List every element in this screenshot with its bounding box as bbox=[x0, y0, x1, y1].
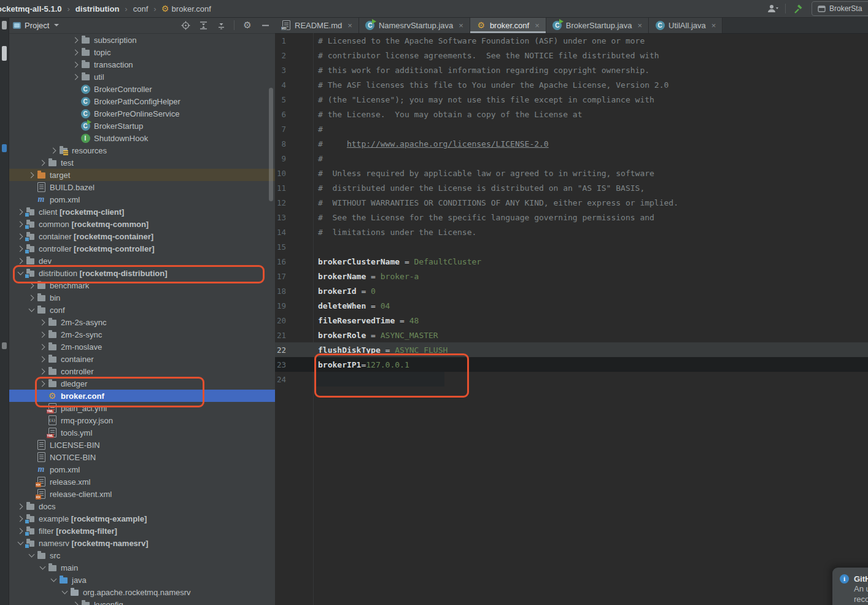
tree-item[interactable]: container [rocketmq-container] bbox=[9, 230, 275, 242]
chevron-right-icon[interactable] bbox=[16, 259, 25, 263]
tree-item[interactable]: LICENSE-BIN bbox=[9, 439, 275, 451]
chevron-right-icon[interactable] bbox=[16, 504, 25, 509]
tree-item[interactable]: plain_acl.yml bbox=[9, 402, 275, 414]
tree-item[interactable]: transaction bbox=[9, 58, 275, 71]
tree-item[interactable]: container bbox=[9, 353, 275, 365]
tree-item[interactable]: tools.yml bbox=[9, 426, 275, 439]
tree-item[interactable]: docs bbox=[9, 500, 275, 512]
tree-item[interactable]: kvconfig bbox=[9, 598, 275, 605]
chevron-right-icon[interactable] bbox=[71, 50, 80, 55]
tree-item[interactable]: ⚙broker.conf bbox=[9, 390, 275, 402]
close-tab-icon[interactable]: × bbox=[459, 21, 463, 30]
chevron-right-icon[interactable] bbox=[16, 210, 25, 214]
tree-item[interactable]: CBrokerPathConfigHelper bbox=[9, 95, 275, 107]
chevron-down-icon[interactable] bbox=[60, 591, 69, 593]
tree-item[interactable]: benchmark bbox=[9, 279, 275, 291]
code-line[interactable]: 5# (the "License"); you may not use this… bbox=[275, 92, 868, 107]
tool-window-button[interactable] bbox=[2, 21, 7, 29]
tree-item[interactable]: java bbox=[9, 574, 275, 586]
tool-window-button[interactable] bbox=[2, 46, 7, 61]
breadcrumb-item[interactable]: ⚙broker.conf bbox=[162, 4, 211, 13]
chevron-right-icon[interactable] bbox=[38, 333, 47, 337]
tree-item[interactable]: dev bbox=[9, 255, 275, 267]
code-line[interactable]: 14# limitations under the License. bbox=[275, 225, 868, 239]
tree-item[interactable]: controller bbox=[9, 365, 275, 377]
locate-icon[interactable] bbox=[180, 20, 191, 31]
collapse-all-icon[interactable] bbox=[215, 20, 227, 31]
code-line[interactable]: 10# Unless required by applicable law or… bbox=[275, 166, 868, 180]
tree-item[interactable]: BUILD.bazel bbox=[9, 181, 275, 193]
run-configuration-select[interactable]: BrokerSta bbox=[812, 1, 868, 16]
breadcrumb-item[interactable]: distribution bbox=[76, 4, 120, 13]
chevron-right-icon[interactable] bbox=[71, 75, 80, 79]
code-line[interactable]: 12# WITHOUT WARRANTIES OR CONDITIONS OF … bbox=[275, 195, 868, 210]
tree-item[interactable]: dledger bbox=[9, 377, 275, 390]
editor-tab[interactable]: CBrokerStartup.java× bbox=[546, 17, 649, 33]
chevron-right-icon[interactable] bbox=[27, 173, 36, 177]
tree-item[interactable]: resources bbox=[9, 144, 275, 156]
tree-item[interactable]: common [rocketmq-common] bbox=[9, 218, 275, 230]
chevron-right-icon[interactable] bbox=[27, 283, 36, 288]
tree-item[interactable]: target bbox=[9, 169, 275, 181]
expand-all-icon[interactable] bbox=[198, 20, 209, 31]
tree-item[interactable]: 2m-2s-async bbox=[9, 316, 275, 328]
close-tab-icon[interactable]: × bbox=[711, 21, 716, 30]
tree-item[interactable]: release.xml bbox=[9, 476, 275, 488]
chevron-down-icon[interactable] bbox=[16, 542, 25, 544]
hammer-build-icon[interactable] bbox=[791, 2, 805, 15]
code-line[interactable]: 16brokerClusterName = DefaultCluster bbox=[275, 254, 868, 269]
code-line[interactable]: 20fileReservedTime = 48 bbox=[275, 313, 868, 328]
code-line[interactable]: 15 bbox=[275, 239, 868, 254]
close-tab-icon[interactable]: × bbox=[535, 21, 540, 30]
tree-item[interactable]: rmq-proxy.json bbox=[9, 414, 275, 426]
chevron-down-icon[interactable] bbox=[38, 566, 47, 569]
chevron-right-icon[interactable] bbox=[71, 603, 80, 605]
code-line[interactable]: 4# The ASF licenses this file to You und… bbox=[275, 77, 868, 92]
tree-scrollbar-thumb[interactable] bbox=[269, 88, 273, 201]
code-line[interactable]: 19deleteWhen = 04 bbox=[275, 298, 868, 313]
tree-item[interactable]: client [rocketmq-client] bbox=[9, 206, 275, 218]
tree-item[interactable]: org.apache.rocketmq.namesrv bbox=[9, 586, 275, 598]
user-icon[interactable] bbox=[765, 2, 780, 15]
chevron-right-icon[interactable] bbox=[16, 529, 25, 533]
tree-item[interactable]: test bbox=[9, 156, 275, 169]
tree-item[interactable]: CBrokerController bbox=[9, 83, 275, 95]
chevron-right-icon[interactable] bbox=[38, 161, 47, 165]
tree-item[interactable]: namesrv [rocketmq-namesrv] bbox=[9, 537, 275, 549]
editor-tab[interactable]: ⚙broker.conf× bbox=[470, 17, 546, 33]
code-line[interactable]: 21brokerRole = ASYNC_MASTER bbox=[275, 328, 868, 342]
tree-item[interactable]: main bbox=[9, 561, 275, 574]
editor-tab[interactable]: CNamesrvStartup.java× bbox=[359, 17, 470, 33]
tree-item[interactable]: src bbox=[9, 549, 275, 561]
chevron-down-icon[interactable] bbox=[16, 272, 25, 274]
chevron-right-icon[interactable] bbox=[16, 222, 25, 226]
tree-item[interactable]: 2m-noslave bbox=[9, 341, 275, 353]
tree-item[interactable]: mpom.xml bbox=[9, 193, 275, 206]
code-line[interactable]: 17brokerName = broker-a bbox=[275, 269, 868, 283]
tree-item[interactable]: bin bbox=[9, 291, 275, 304]
tree-item[interactable]: release-client.xml bbox=[9, 488, 275, 500]
chevron-right-icon[interactable] bbox=[27, 296, 36, 300]
editor-tab[interactable]: README.md× bbox=[275, 17, 359, 33]
breadcrumb-item[interactable]: ocketmq-all-5.1.0 bbox=[0, 4, 62, 13]
tree-item[interactable]: mpom.xml bbox=[9, 463, 275, 476]
code-line[interactable]: 18brokerId = 0 bbox=[275, 283, 868, 298]
chevron-right-icon[interactable] bbox=[49, 148, 58, 153]
tool-window-button[interactable] bbox=[2, 342, 7, 349]
tree-item[interactable]: topic bbox=[9, 46, 275, 58]
code-line[interactable]: 3# this work for additional information … bbox=[275, 63, 868, 77]
close-tab-icon[interactable]: × bbox=[347, 21, 352, 30]
settings-gear-icon[interactable]: ⚙ bbox=[242, 20, 253, 31]
code-line[interactable]: 1# Licensed to the Apache Software Found… bbox=[275, 33, 868, 48]
tree-item[interactable]: 2m-2s-sync bbox=[9, 328, 275, 341]
tree-item[interactable]: filter [rocketmq-filter] bbox=[9, 525, 275, 537]
chevron-down-icon[interactable] bbox=[27, 309, 36, 311]
project-panel-title[interactable]: Project bbox=[25, 21, 49, 30]
close-tab-icon[interactable]: × bbox=[637, 21, 642, 30]
code-line[interactable]: 22flushDiskType = ASYNC_FLUSH bbox=[275, 342, 868, 357]
tree-item[interactable]: CBrokerPreOnlineService bbox=[9, 107, 275, 120]
code-line[interactable]: 11# distributed under the License is dis… bbox=[275, 180, 868, 195]
code-line[interactable]: 8# http://www.apache.org/licenses/LICENS… bbox=[275, 136, 868, 151]
chevron-right-icon[interactable] bbox=[71, 38, 80, 42]
tree-item[interactable]: IShutdownHook bbox=[9, 132, 275, 144]
